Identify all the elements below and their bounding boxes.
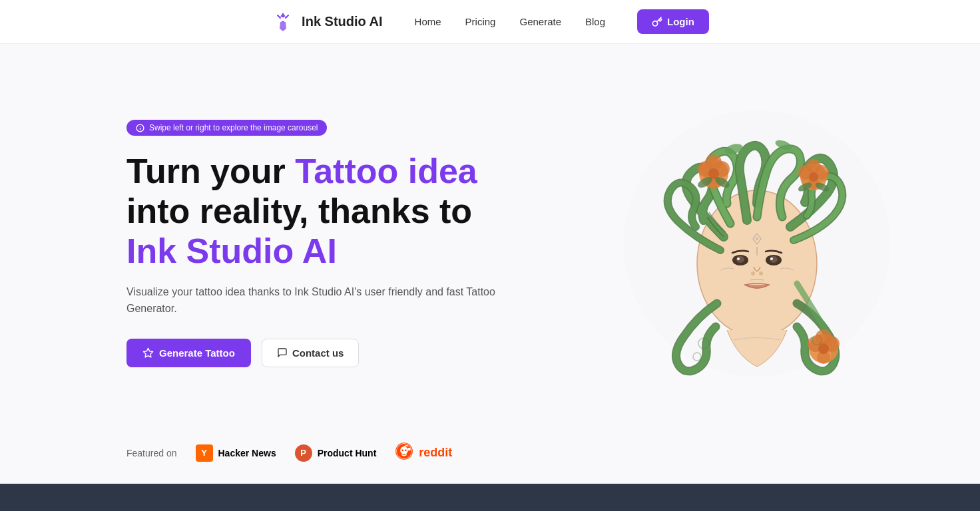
svg-point-48 <box>402 449 404 451</box>
reddit-label: reddit <box>419 446 452 460</box>
hero-section: Swipe left or right to explore the image… <box>0 44 980 430</box>
svg-line-52 <box>406 454 407 455</box>
svg-point-14 <box>751 271 755 275</box>
brand-name: Ink Studio AI <box>302 14 382 29</box>
contact-us-button[interactable]: Contact us <box>262 339 360 367</box>
svg-point-15 <box>759 271 763 275</box>
hero-buttons: Generate Tattoo Contact us <box>126 339 499 367</box>
svg-point-28 <box>818 343 829 354</box>
hero-title-part2: into reality, thanks to <box>126 192 472 230</box>
medusa-artwork <box>617 104 897 383</box>
hero-title-part1: Turn your <box>126 152 295 190</box>
key-icon <box>652 17 662 27</box>
svg-point-49 <box>405 449 407 451</box>
svg-point-1 <box>281 17 285 21</box>
nav-generate[interactable]: Generate <box>519 16 561 27</box>
producthunt-badge: P <box>295 444 312 462</box>
svg-point-26 <box>816 329 832 345</box>
info-icon <box>136 124 144 132</box>
hero-title-highlight2: Ink Studio AI <box>126 232 337 270</box>
featured-hackernews[interactable]: Y Hacker News <box>196 444 276 462</box>
chat-icon <box>277 347 288 358</box>
svg-point-12 <box>737 257 740 260</box>
svg-point-50 <box>408 448 411 451</box>
producthunt-label: Product Hunt <box>318 448 377 458</box>
hero-title: Turn your Tattoo idea into reality, than… <box>126 152 499 271</box>
login-button[interactable]: Login <box>637 9 709 34</box>
svg-point-16 <box>756 238 758 240</box>
nav-logo[interactable]: Ink Studio AI <box>271 10 382 34</box>
featured-label: Featured on <box>126 448 177 458</box>
svg-point-20 <box>706 154 722 170</box>
hero-image <box>614 100 900 387</box>
hackernews-label: Hacker News <box>218 448 276 458</box>
svg-point-34 <box>809 172 818 182</box>
featured-producthunt[interactable]: P Product Hunt <box>295 444 377 462</box>
nav-home[interactable]: Home <box>415 16 441 27</box>
footer-bar <box>0 484 980 511</box>
featured-section: Featured on Y Hacker News P Product Hunt <box>0 430 980 484</box>
generate-icon <box>142 347 154 359</box>
svg-point-13 <box>770 257 773 260</box>
logo-icon <box>271 10 295 34</box>
hero-content: Swipe left or right to explore the image… <box>126 120 499 367</box>
hero-title-highlight1: Tattoo idea <box>295 152 477 190</box>
featured-items: Y Hacker News P Product Hunt <box>196 442 453 464</box>
reddit-icon <box>395 442 413 464</box>
hackernews-badge: Y <box>196 444 213 462</box>
nav-blog[interactable]: Blog <box>585 16 605 27</box>
nav-links: Home Pricing Generate Blog <box>415 16 605 27</box>
nav-pricing[interactable]: Pricing <box>465 16 496 27</box>
featured-reddit[interactable]: reddit <box>395 442 452 464</box>
carousel-hint-badge: Swipe left or right to explore the image… <box>126 120 327 136</box>
generate-tattoo-button[interactable]: Generate Tattoo <box>126 339 251 367</box>
svg-line-51 <box>402 454 403 455</box>
svg-point-32 <box>806 159 821 174</box>
hero-subtitle: Visualize your tattoo idea thanks to Ink… <box>126 283 499 317</box>
navbar: Ink Studio AI Home Pricing Generate Blog… <box>0 0 980 44</box>
